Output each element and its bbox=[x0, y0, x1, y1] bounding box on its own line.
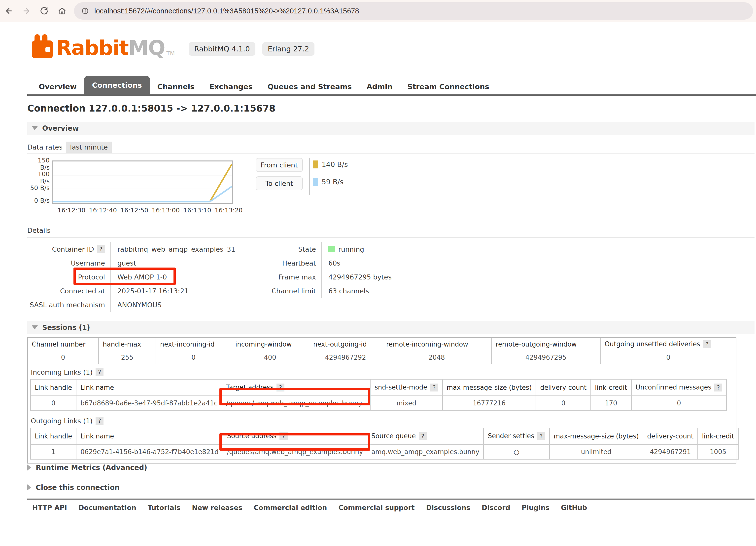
section-header-runtime-metrics[interactable]: Runtime Metrics (Advanced) bbox=[27, 462, 147, 473]
column-header: next-incoming-id bbox=[156, 338, 231, 351]
footer-link-http-api[interactable]: HTTP API bbox=[32, 504, 67, 511]
link-credit-cell: 1005 bbox=[698, 444, 738, 459]
y-axis-label: 100 B/s bbox=[27, 170, 50, 185]
legend-value-to-client: 59 B/s bbox=[313, 175, 348, 188]
help-icon[interactable]: ? bbox=[279, 432, 287, 440]
tab-exchanges[interactable]: Exchanges bbox=[202, 79, 260, 94]
legend-divider bbox=[309, 158, 310, 195]
legend-button-from-client[interactable]: From client bbox=[256, 158, 303, 172]
forward-icon[interactable] bbox=[21, 5, 32, 16]
rabbitmq-version-badge: RabbitMQ 4.1.0 bbox=[189, 42, 255, 56]
footer-link-documentation[interactable]: Documentation bbox=[78, 504, 136, 511]
legend-button-to-client[interactable]: To client bbox=[256, 176, 303, 190]
section-header-close-connection[interactable]: Close this connection bbox=[27, 482, 120, 493]
help-icon[interactable]: ? bbox=[276, 384, 284, 392]
browser-toolbar: localhost:15672/#/connections/127.0.0.1%… bbox=[0, 0, 756, 22]
footer-link-tutorials[interactable]: Tutorials bbox=[148, 504, 180, 511]
y-axis-label: 0 B/s bbox=[27, 197, 50, 204]
footer-link-plugins[interactable]: Plugins bbox=[522, 504, 550, 511]
detail-label: Protocol bbox=[27, 270, 110, 284]
x-axis-label: 16:12:40 bbox=[86, 207, 120, 214]
help-icon[interactable]: ? bbox=[419, 432, 427, 440]
sender-settles-cell: ○ bbox=[483, 444, 549, 459]
section-header-overview[interactable]: Overview bbox=[27, 122, 755, 135]
erlang-version-badge: Erlang 27.2 bbox=[262, 42, 315, 56]
column-header: Link handle bbox=[31, 428, 76, 444]
tab-queues-and-streams[interactable]: Queues and Streams bbox=[260, 79, 359, 94]
app-header: Rabbit MQ TM RabbitMQ 4.1.0 Erlang 27.2 bbox=[32, 34, 314, 58]
address-bar[interactable]: localhost:15672/#/connections/127.0.0.1%… bbox=[74, 2, 753, 20]
page-title: Connection 127.0.0.1:58015 -> 127.0.0.1:… bbox=[27, 103, 275, 114]
column-header: Sender settles? bbox=[483, 428, 549, 444]
tab-connections[interactable]: Connections bbox=[84, 76, 150, 94]
outgoing-links-title: Outgoing Links (1)? bbox=[31, 417, 736, 425]
reload-icon[interactable] bbox=[39, 5, 50, 16]
help-icon[interactable]: ? bbox=[714, 384, 722, 392]
state-running-icon bbox=[328, 246, 335, 252]
session-table: Channel number handle-max next-incoming-… bbox=[28, 338, 736, 364]
detail-row-state: State running bbox=[223, 242, 467, 256]
rate-window-selector[interactable]: last minute bbox=[66, 142, 112, 153]
column-header: link-credit bbox=[698, 428, 738, 444]
footer-link-discord[interactable]: Discord bbox=[482, 504, 510, 511]
column-header: max-message-size (bytes) bbox=[550, 428, 643, 444]
help-icon[interactable]: ? bbox=[97, 245, 105, 253]
footer-link-discussions[interactable]: Discussions bbox=[426, 504, 470, 511]
column-header: Channel number bbox=[28, 338, 99, 351]
detail-label: Username bbox=[27, 256, 110, 270]
footer-link-commercial-support[interactable]: Commercial support bbox=[339, 504, 415, 511]
cell-value: 400 bbox=[231, 351, 309, 364]
version-badges: RabbitMQ 4.1.0 Erlang 27.2 bbox=[189, 42, 314, 56]
help-icon[interactable]: ? bbox=[96, 417, 103, 425]
help-icon[interactable]: ? bbox=[430, 384, 438, 392]
site-info-icon[interactable] bbox=[81, 7, 89, 15]
detail-label: State bbox=[223, 242, 321, 256]
incoming-links-value-row: 0 b67d8689-0a6e-3e47-95df-87abb1e2a41c /… bbox=[31, 396, 726, 411]
session-header-row: Channel number handle-max next-incoming-… bbox=[28, 338, 736, 351]
detail-row-sasl: SASL auth mechanism ANONYMOUS bbox=[27, 298, 261, 312]
state-text: running bbox=[338, 245, 364, 253]
details-title: Details bbox=[27, 226, 51, 234]
chart-canvas bbox=[53, 161, 232, 203]
collapse-closed-icon bbox=[27, 465, 31, 471]
help-icon[interactable]: ? bbox=[703, 340, 711, 348]
x-axis-label: 16:13:00 bbox=[148, 207, 183, 214]
to-client-rate: 59 B/s bbox=[322, 178, 344, 186]
link-handle-cell: 0 bbox=[31, 396, 76, 411]
session-value-row: 0 255 0 400 4294967292 2048 4294967295 0 bbox=[28, 351, 736, 364]
section-header-sessions[interactable]: Sessions (1) bbox=[27, 321, 755, 334]
help-icon[interactable]: ? bbox=[537, 432, 545, 440]
unconfirmed-messages-cell: 0 bbox=[631, 396, 727, 411]
footer-link-commercial-edition[interactable]: Commercial edition bbox=[254, 504, 327, 511]
tab-overview[interactable]: Overview bbox=[31, 79, 84, 94]
legend-value-from-client: 140 B/s bbox=[313, 158, 348, 171]
footer-link-github[interactable]: GitHub bbox=[561, 504, 587, 511]
data-rates-chart: 150 B/s100 B/s50 B/s0 B/s 16:12:3016:12:… bbox=[27, 158, 449, 220]
detail-label: Frame max bbox=[223, 270, 321, 284]
outgoing-links-header-row: Link handle Link name Source address? So… bbox=[31, 428, 738, 444]
detail-label: Connected at bbox=[27, 284, 110, 298]
column-header: Link name bbox=[76, 428, 223, 444]
column-header: Link name bbox=[76, 379, 222, 396]
section-title: Close this connection bbox=[36, 483, 120, 492]
cell-value: 0 bbox=[600, 351, 736, 364]
x-axis-label: 16:13:20 bbox=[211, 207, 246, 214]
tab-stream-connections[interactable]: Stream Connections bbox=[400, 79, 497, 94]
back-icon[interactable] bbox=[3, 5, 14, 16]
delivery-count-cell: 4294967291 bbox=[643, 444, 698, 459]
section-title: Runtime Metrics (Advanced) bbox=[36, 464, 147, 472]
divider bbox=[27, 153, 755, 154]
heartbeat-value: 60s bbox=[321, 256, 467, 270]
tab-channels[interactable]: Channels bbox=[150, 79, 202, 94]
help-icon[interactable]: ? bbox=[96, 368, 103, 376]
session-container: Channel number handle-max next-incoming-… bbox=[27, 337, 736, 464]
detail-row-frame-max: Frame max 4294967295 bytes bbox=[223, 270, 467, 284]
home-icon[interactable] bbox=[57, 5, 68, 16]
collapse-open-icon bbox=[32, 326, 38, 330]
collapse-closed-icon bbox=[27, 484, 31, 490]
y-axis-label: 150 B/s bbox=[27, 157, 50, 171]
footer-link-new-releases[interactable]: New releases bbox=[192, 504, 242, 511]
tab-admin[interactable]: Admin bbox=[359, 79, 400, 94]
x-axis-label: 16:12:30 bbox=[54, 207, 89, 214]
column-header: handle-max bbox=[99, 338, 156, 351]
